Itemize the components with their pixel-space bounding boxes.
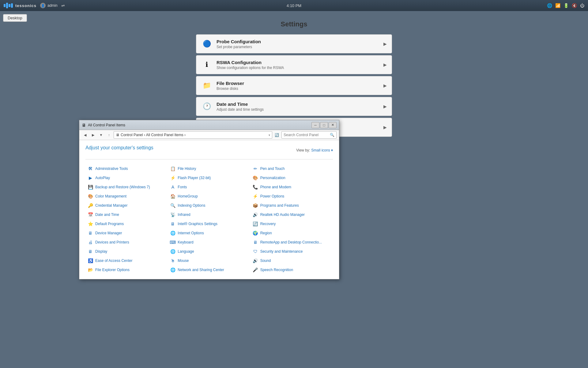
cp-item[interactable]: 🖥 RemoteApp and Desktop Connectio... bbox=[251, 238, 333, 247]
cp-item[interactable]: 📂 File Explorer Options bbox=[85, 266, 168, 274]
cp-item[interactable]: 🌐 Language bbox=[168, 247, 250, 256]
settings-item-probe-config[interactable]: 🔵 Probe Configuration Set probe paramete… bbox=[196, 34, 392, 53]
cp-item-label: Flash Player (32-bit) bbox=[178, 176, 211, 180]
cp-item-icon: ⌨ bbox=[170, 239, 176, 245]
maximize-button[interactable]: □ bbox=[320, 122, 328, 128]
cp-item[interactable]: 💾 Backup and Restore (Windows 7) bbox=[85, 183, 168, 191]
cp-item[interactable]: ⭐ Default Programs bbox=[85, 220, 168, 228]
cp-title-text: All Control Panel Items bbox=[88, 123, 311, 127]
cp-item-icon: 🌍 bbox=[252, 230, 258, 236]
cp-item[interactable]: 🌐 Internet Options bbox=[168, 229, 250, 237]
cp-item[interactable]: 📞 Phone and Modem bbox=[251, 183, 333, 191]
cp-item-icon: 🏠 bbox=[170, 193, 176, 199]
cp-item-icon: 🖥 bbox=[87, 248, 93, 255]
settings-item-date-time[interactable]: 🕐 Date and Time Adjust date and time set… bbox=[196, 97, 392, 116]
settings-item-desc-date-time: Adjust date and time settings bbox=[217, 107, 383, 112]
cp-item-label: Language bbox=[178, 249, 194, 254]
cp-item-icon: 📅 bbox=[87, 212, 93, 218]
globe-icon[interactable]: 🌐 bbox=[547, 3, 552, 8]
cp-item-label: File History bbox=[178, 167, 196, 171]
user-area: 👤 admin bbox=[40, 3, 58, 8]
cp-item[interactable]: 🏠 HomeGroup bbox=[168, 192, 250, 201]
cp-title-icon: 🖥 bbox=[82, 123, 86, 128]
cp-item-icon: A bbox=[170, 184, 176, 190]
search-icon[interactable]: 🔍 bbox=[330, 133, 334, 137]
svg-rect-1 bbox=[6, 3, 8, 8]
settings-item-desc-rswa-config: Show configuration options for the RSWA bbox=[217, 66, 383, 70]
cp-item[interactable]: 🖥 Intel® Graphics Settings bbox=[168, 220, 250, 228]
taskbar: tessonics 👤 admin ⇌ 4:10 PM 🌐 📶 🔋 🔇 ⏻ bbox=[0, 0, 588, 11]
cp-item[interactable]: 🌐 Network and Sharing Center bbox=[168, 266, 250, 274]
cp-item[interactable]: 🖥 Display bbox=[85, 247, 168, 256]
cp-item[interactable]: 🎨 Color Management bbox=[85, 192, 168, 201]
cp-item-label: Phone and Modem bbox=[260, 185, 291, 189]
cp-item-icon: 📋 bbox=[170, 166, 176, 172]
cp-item[interactable]: ♿ Ease of Access Center bbox=[85, 256, 168, 265]
cp-item-icon: 📞 bbox=[252, 184, 258, 190]
close-button[interactable]: ✕ bbox=[329, 122, 337, 128]
nav-forward-button[interactable]: ▶ bbox=[90, 132, 96, 138]
cp-item[interactable]: 🎨 Personalization bbox=[251, 174, 333, 182]
search-box[interactable]: 🔍 bbox=[281, 131, 337, 139]
usb-icon: ⇌ bbox=[61, 3, 65, 8]
cp-item[interactable]: ⌨ Keyboard bbox=[168, 238, 250, 247]
search-input[interactable] bbox=[284, 133, 330, 137]
cp-item[interactable]: 🖥 Device Manager bbox=[85, 229, 168, 237]
settings-item-file-browser[interactable]: 📁 File Browser Browse disks ▶ bbox=[196, 76, 392, 95]
minimize-button[interactable]: ─ bbox=[311, 122, 319, 128]
cp-item-icon: 🖨 bbox=[87, 239, 93, 245]
power-icon[interactable]: ⏻ bbox=[580, 3, 584, 8]
cp-item-icon: ⚡ bbox=[170, 175, 176, 181]
refresh-button[interactable]: 🔄 bbox=[273, 132, 280, 138]
cp-item-label: Region bbox=[260, 231, 272, 235]
cp-item[interactable]: ▶ AutoPlay bbox=[85, 174, 168, 182]
cp-item[interactable]: 📡 Infrared bbox=[168, 210, 250, 219]
settings-item-rswa-config[interactable]: ℹ RSWA Configuration Show configuration … bbox=[196, 55, 392, 74]
cp-item-label: RemoteApp and Desktop Connectio... bbox=[260, 240, 322, 244]
cp-item-label: Programs and Features bbox=[260, 203, 299, 208]
cp-item-icon: 🖥 bbox=[87, 230, 93, 236]
battery-icon: 🔋 bbox=[564, 3, 569, 8]
user-avatar: 👤 bbox=[40, 3, 46, 8]
cp-item-label: Ease of Access Center bbox=[95, 259, 132, 263]
cp-item[interactable]: ⚡ Flash Player (32-bit) bbox=[168, 174, 250, 182]
cp-item[interactable]: 🔊 Realtek HD Audio Manager bbox=[251, 210, 333, 219]
view-by-value[interactable]: Small icons ▾ bbox=[311, 148, 333, 152]
cp-item[interactable]: 📅 Date and Time bbox=[85, 210, 168, 219]
cp-item[interactable]: 🖨 Devices and Printers bbox=[85, 238, 168, 247]
cp-item-label: HomeGroup bbox=[178, 194, 198, 198]
cp-item[interactable]: 🔑 Credential Manager bbox=[85, 201, 168, 210]
cp-item[interactable]: 🛡 Security and Maintenance bbox=[251, 247, 333, 256]
cp-item[interactable]: 📦 Programs and Features bbox=[251, 201, 333, 210]
cp-item-icon: 🎨 bbox=[87, 193, 93, 199]
cp-item[interactable]: 🌍 Region bbox=[251, 229, 333, 237]
cp-item-label: Mouse bbox=[178, 259, 189, 263]
svg-rect-3 bbox=[11, 3, 13, 8]
cp-item[interactable]: 🔍 Indexing Options bbox=[168, 201, 250, 210]
cp-item[interactable]: 🔄 Recovery bbox=[251, 220, 333, 228]
cp-item-label: Devices and Printers bbox=[95, 240, 129, 244]
nav-back-button[interactable]: ◀ bbox=[82, 132, 89, 138]
cp-item[interactable]: A Fonts bbox=[168, 183, 250, 191]
taskbar-left: tessonics 👤 admin ⇌ bbox=[4, 3, 65, 8]
nav-up-button[interactable]: ↑ bbox=[106, 132, 112, 138]
cp-item[interactable]: 🎤 Speech Recognition bbox=[251, 266, 333, 274]
cp-item-label: Default Programs bbox=[95, 222, 124, 226]
svg-rect-0 bbox=[4, 4, 6, 7]
address-box[interactable]: 🖥 Control Panel › All Control Panel Item… bbox=[114, 131, 272, 139]
cp-item[interactable]: 🛠 Administrative Tools bbox=[85, 164, 168, 173]
settings-item-arrow-control-panel: ▶ bbox=[383, 125, 387, 130]
settings-item-arrow-date-time: ▶ bbox=[383, 104, 387, 109]
taskbar-time: 4:10 PM bbox=[287, 3, 301, 8]
cp-item[interactable]: 🖱 Mouse bbox=[168, 256, 250, 265]
cp-viewby: View by: Small icons ▾ bbox=[296, 148, 333, 152]
cp-item[interactable]: ⚡ Power Options bbox=[251, 192, 333, 201]
cp-item[interactable]: ✏ Pen and Touch bbox=[251, 164, 333, 173]
logo-text: tessonics bbox=[15, 3, 36, 8]
cp-item[interactable]: 🔊 Sound bbox=[251, 256, 333, 265]
cp-item-label: Color Management bbox=[95, 194, 126, 198]
cp-header-row: Adjust your computer's settings View by:… bbox=[85, 145, 333, 155]
nav-recent-button[interactable]: ▼ bbox=[98, 132, 104, 138]
address-folder-icon: 🖥 bbox=[116, 133, 119, 137]
cp-item[interactable]: 📋 File History bbox=[168, 164, 250, 173]
